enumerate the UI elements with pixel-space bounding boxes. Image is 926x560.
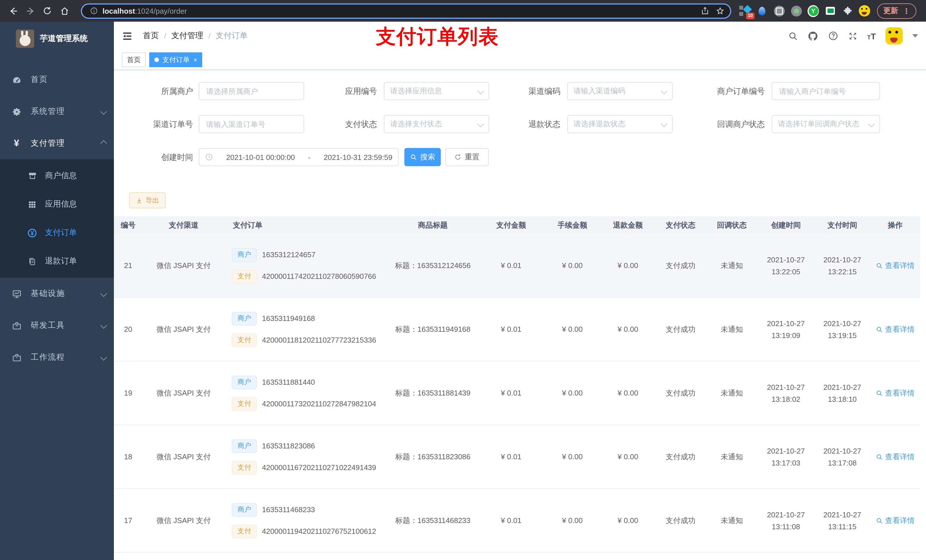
cell-status: 支付成功 — [655, 489, 706, 552]
search-button[interactable]: 搜索 — [404, 148, 441, 166]
cell-status — [655, 552, 706, 560]
view-detail-link[interactable]: 查看详情 — [876, 388, 915, 398]
bookmark-star-icon[interactable] — [716, 6, 725, 15]
cell-action: 查看详情 — [870, 425, 920, 489]
sidebar-item-home[interactable]: 首页 — [0, 64, 114, 96]
gear-icon — [11, 106, 22, 117]
export-button-label: 导出 — [145, 195, 159, 205]
fullscreen-icon[interactable] — [848, 31, 857, 41]
select-placeholder: 请选择退款状态 — [573, 119, 658, 129]
extension-chat-icon[interactable] — [825, 5, 836, 17]
sidebar-item-app-info[interactable]: 应用信息 — [0, 190, 114, 219]
url-host: localhost — [103, 6, 135, 15]
channel-order-no-field[interactable] — [205, 119, 298, 129]
merchant-input[interactable] — [199, 82, 304, 100]
extension-command-icon[interactable] — [773, 5, 785, 17]
sidebar-item-refund-order[interactable]: 退款订单 — [0, 247, 114, 275]
reset-button-label: 重置 — [465, 152, 480, 162]
sidebar-item-infrastructure[interactable]: 基础设施 — [0, 278, 114, 309]
sidebar-item-payment[interactable]: ¥ 支付管理 — [0, 127, 114, 159]
sidebar-fold-icon[interactable] — [122, 30, 133, 41]
github-icon[interactable] — [807, 30, 818, 41]
back-icon[interactable] — [5, 2, 22, 20]
table-row: 商户 1635311254796 支付 — [114, 552, 920, 560]
col-header-created: 创建时间 — [757, 216, 814, 234]
breadcrumb-home[interactable]: 首页 — [143, 31, 159, 41]
app-select[interactable]: 请选择应用信息 — [384, 82, 489, 100]
help-icon[interactable] — [828, 31, 838, 41]
date-range-input[interactable]: 2021-10-01 00:00:00 - 2021-10-31 23:59:5… — [199, 148, 399, 166]
sidebar-item-dev-tools[interactable]: 研发工具 — [0, 309, 114, 341]
reset-button[interactable]: 重置 — [445, 148, 489, 166]
channel-code-select[interactable]: 请输入渠道编码 — [567, 82, 673, 100]
sidebar-item-workflow[interactable]: 工作流程 — [0, 341, 114, 373]
chevron-down-icon — [478, 88, 484, 95]
search-icon[interactable] — [788, 31, 797, 41]
extension-y-icon[interactable]: Y — [808, 5, 819, 17]
pay-no: 4200001173202110272847982104 — [262, 400, 376, 408]
site-info-icon[interactable] — [90, 7, 98, 15]
chevron-up-icon — [100, 140, 107, 147]
home-icon[interactable] — [56, 2, 73, 20]
breadcrumb-payment[interactable]: 支付管理 — [171, 31, 203, 41]
extension-record-icon[interactable] — [790, 5, 802, 17]
sidebar-item-merchant-info[interactable]: 商户信息 — [0, 162, 114, 190]
cell-refund: ¥ 0.00 — [601, 361, 655, 425]
channel-order-no-input[interactable] — [199, 115, 304, 133]
extensions-puzzle-icon[interactable] — [842, 5, 853, 17]
merchant-order-no-field[interactable] — [778, 86, 874, 96]
view-detail-link[interactable]: 查看详情 — [876, 324, 915, 334]
yen-circle-icon — [27, 228, 37, 238]
browser-menu-icon[interactable]: ⋮ — [903, 6, 910, 15]
view-detail-link[interactable]: 查看详情 — [876, 515, 915, 525]
forward-icon[interactable] — [22, 2, 39, 20]
cell-paid: 2021-10-2713:22:15 — [814, 234, 870, 297]
view-detail-label: 查看详情 — [885, 388, 915, 398]
sidebar-item-pay-order[interactable]: 支付订单 — [0, 219, 114, 247]
merchant-no: 1635311823086 — [262, 442, 315, 450]
cell-notify: 未通知 — [706, 425, 757, 489]
cell-created: 2021-10-2713:11:08 — [757, 489, 814, 552]
tab-label: 支付订单 — [162, 55, 190, 65]
view-detail-link[interactable]: 查看详情 — [876, 260, 915, 270]
notify-status-select[interactable]: 请选择订单回调商户状态 — [772, 115, 880, 133]
paid-time: 13:17:08 — [814, 457, 870, 469]
cell-amount: ¥ 0.01 — [478, 234, 544, 297]
export-button[interactable]: 导出 — [129, 192, 166, 208]
tab-pay-order[interactable]: 支付订单 × — [149, 52, 203, 67]
extension-balloon-icon[interactable] — [756, 5, 768, 17]
browser-update-button[interactable]: 更新 ⋮ — [877, 3, 916, 18]
share-icon[interactable] — [701, 7, 709, 15]
app-logo-row[interactable]: 芋道管理系统 — [0, 22, 114, 56]
sidebar-item-system[interactable]: 系统管理 — [0, 96, 114, 127]
avatar[interactable] — [885, 27, 903, 44]
cell-title: 标题：1635311881439 — [387, 361, 478, 425]
refund-status-select[interactable]: 请选择退款状态 — [567, 115, 673, 133]
reload-icon[interactable] — [39, 2, 56, 20]
extension-emoji-icon[interactable] — [859, 5, 870, 17]
table-header-row: 编号 支付渠道 支付订单 商品标题 支付金额 手续金额 退款金额 支付状态 回调… — [114, 216, 920, 234]
update-label: 更新 — [883, 6, 898, 16]
extension-area: 10 Y — [739, 5, 870, 17]
payment-submenu: 商户信息 应用信息 支付订单 — [0, 159, 114, 278]
view-detail-link[interactable]: 查看详情 — [876, 451, 915, 462]
merchant-input-field[interactable] — [205, 86, 298, 96]
extension-wallet-icon[interactable]: 10 — [739, 5, 750, 17]
cell-pay-order: 商户 1635312124657 支付 42000011742021102780… — [225, 234, 387, 297]
created-time: 13:17:03 — [757, 457, 814, 469]
cell-fee: ¥ 0.00 — [544, 234, 601, 297]
merchant-tag: 商户 — [232, 439, 257, 453]
view-detail-label: 查看详情 — [885, 451, 915, 462]
sidebar-item-label: 商户信息 — [45, 171, 77, 181]
document-copy-icon — [27, 257, 37, 266]
merchant-order-no-input[interactable] — [772, 82, 880, 100]
close-icon[interactable]: × — [194, 56, 197, 63]
chevron-down-icon — [100, 322, 107, 329]
font-size-icon[interactable]: TT — [867, 31, 876, 41]
cell-status: 支付成功 — [655, 234, 706, 297]
avatar-caret-icon[interactable] — [912, 34, 918, 38]
url-bar[interactable]: localhost :1024/pay/order — [81, 3, 731, 18]
pay-tag: 支付 — [232, 333, 257, 347]
pay-status-select[interactable]: 请选择支付状态 — [384, 115, 489, 133]
tab-home[interactable]: 首页 — [122, 52, 146, 67]
